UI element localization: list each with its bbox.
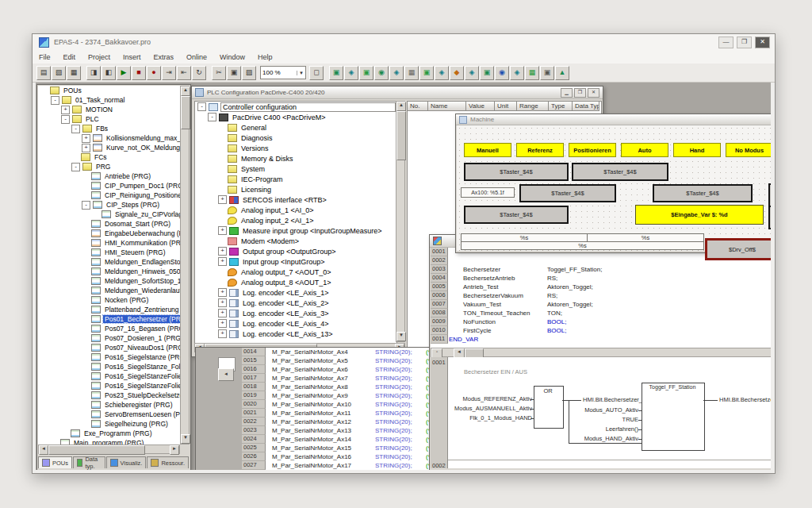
tab-ressour[interactable]: Ressour.: [147, 456, 189, 468]
variable-row[interactable]: 0027M_Par_SerialNrMotor_Ax17STRING(20);(…: [242, 461, 434, 470]
tree-item[interactable]: Signale_zu_CIPVorlage: [38, 210, 180, 219]
toggel-ff-station-block[interactable]: Toggel_FF_Station: [642, 383, 705, 451]
tree-item[interactable]: Pos23_StuelpDeckelsetzer (PRG): [38, 391, 180, 400]
tree-item[interactable]: HMI_Steuern (PRG): [38, 248, 180, 257]
tree-item[interactable]: Meldungen_SofortStop_1_299 (PR: [38, 276, 180, 286]
tree-item[interactable]: Diagnosis: [195, 133, 396, 143]
menu-item-window[interactable]: Window: [213, 53, 251, 61]
expand-icon[interactable]: +: [218, 329, 227, 338]
tree-item[interactable]: ServoBremsenLoesen (PRG): [38, 410, 180, 419]
tree-item[interactable]: Exe_Programm (PRG): [38, 429, 180, 438]
variable-row[interactable]: 0015M_Par_SerialNrMotor_Ax5STRING(20);(*: [242, 356, 434, 365]
maximize-button[interactable]: ❐: [737, 37, 752, 48]
expand-icon[interactable]: +: [218, 309, 227, 318]
tab-pous[interactable]: POUs: [38, 456, 72, 468]
tree-item[interactable]: System: [195, 164, 396, 174]
tree-item[interactable]: Analog input_1 <AI_0>: [195, 205, 396, 215]
tree-item[interactable]: +MOTION: [38, 105, 180, 114]
taster-button-1[interactable]: $Taster_$4$: [464, 163, 569, 181]
tree-item[interactable]: EingabeUeberwachung (PRG): [38, 229, 180, 238]
step-in-icon[interactable]: ⇤: [177, 66, 191, 80]
menu-item-project[interactable]: Project: [82, 53, 117, 61]
variable-row[interactable]: 0020M_Par_SerialNrMotor_Ax10STRING(20);(…: [242, 400, 434, 409]
tree-item[interactable]: Pos01_Bechersetzer (PRG): [38, 314, 180, 324]
mode-button-referenz[interactable]: Referenz: [516, 143, 564, 157]
tree-item[interactable]: Meldungen_EndlagenStop_300_5: [38, 257, 180, 267]
menu-item-online[interactable]: Online: [180, 53, 213, 61]
plc-tree-vscrollbar[interactable]: ▲ ▼: [396, 101, 405, 342]
declaration-line[interactable]: 0011END_VAR: [431, 335, 771, 344]
tree-item[interactable]: +Log. encoder <LE_Axis_2>: [195, 298, 396, 308]
declaration-line[interactable]: 0003BechersetzerToggel_FF_Station;: [431, 265, 771, 274]
taster-button-4[interactable]: $Taster_$4$: [653, 184, 753, 202]
taster-button-3[interactable]: $Taster_$4$: [519, 184, 616, 202]
tree-item[interactable]: -CIP_Steps (PRG): [38, 200, 180, 210]
tree-item[interactable]: +Input group <InputGroup>: [195, 256, 396, 267]
stop-icon[interactable]: ■: [132, 66, 146, 80]
collapse-icon[interactable]: -: [61, 115, 70, 124]
tree-item[interactable]: FCs: [38, 152, 180, 162]
tree-item[interactable]: Analog input_2 <AI_1>: [195, 215, 396, 225]
expand-icon[interactable]: +: [61, 106, 70, 114]
expand-icon[interactable]: +: [82, 134, 90, 143]
expand-icon[interactable]: +: [218, 298, 227, 307]
variable-row[interactable]: 0023M_Par_SerialNrMotor_Ax13STRING(20);(…: [242, 426, 434, 435]
variable-row[interactable]: 0025M_Par_SerialNrMotor_Ax15STRING(20);(…: [242, 444, 434, 452]
declaration-line[interactable]: 0006BechersetzerVakuumRS;: [431, 291, 771, 300]
taster-button-2[interactable]: $Taster_$4$: [572, 163, 668, 181]
plc-restore-button[interactable]: ❐: [574, 88, 586, 98]
mode-button-no-modus[interactable]: No Modus: [726, 143, 771, 157]
collapse-icon[interactable]: -: [51, 96, 59, 105]
visu-tool-1-icon[interactable]: ▣: [329, 66, 343, 80]
plc-minimize-button[interactable]: ▁: [561, 88, 573, 98]
menu-item-help[interactable]: Help: [251, 53, 279, 61]
tree-item[interactable]: -01_Task_normal: [38, 95, 180, 105]
paste-icon[interactable]: ▨: [242, 66, 256, 80]
var-window-scroll-left[interactable]: ◄: [218, 368, 234, 381]
tree-item[interactable]: +Kollisionsmeldung_max_1_TO_99: [38, 133, 180, 143]
eingabe-var-input[interactable]: $Eingabe_Var $: %d: [635, 205, 764, 225]
tree-item[interactable]: IEC-Program: [195, 174, 396, 184]
expand-icon[interactable]: +: [218, 257, 227, 266]
tree-item[interactable]: +Log. encoder <LE_Axis_1>: [195, 287, 396, 298]
tree-item[interactable]: HMI_Kommunikation (PRG): [38, 238, 180, 248]
taster-button-5[interactable]: $Taster_$4$: [464, 206, 569, 224]
visu-tool-3-icon[interactable]: ▣: [359, 66, 373, 80]
visu-tool-16-icon[interactable]: ▲: [555, 66, 569, 80]
menu-item-file[interactable]: File: [33, 53, 57, 61]
mode-button-auto[interactable]: Auto: [621, 143, 668, 157]
tree-item[interactable]: Schieberegister (PRG): [38, 400, 180, 410]
tree-item[interactable]: -PLC: [38, 114, 180, 124]
visu-tool-6-icon[interactable]: ▦: [404, 66, 419, 80]
declaration-line[interactable]: 0007Vakuum_TestAktoren_Toggel;: [431, 300, 771, 309]
tree-item[interactable]: +Log. encoder <LE_Axis_4>: [195, 318, 396, 329]
tree-item[interactable]: Siegelheizung (PRG): [38, 419, 180, 429]
step-over-icon[interactable]: ⇥: [162, 66, 176, 80]
tree-item[interactable]: CIP_Pumpen_Doc1 (PRG): [38, 181, 180, 190]
visu-tool-9-icon[interactable]: ◆: [450, 66, 464, 80]
tree-item[interactable]: Pos16_SiegelStanzeFolieAufwickl: [38, 381, 180, 391]
tree-item[interactable]: Analog output_8 <AOUT_1>: [195, 277, 396, 287]
close-button[interactable]: ✕: [755, 37, 770, 48]
tree-item[interactable]: Antriebe (PRG): [38, 171, 180, 181]
logout-icon[interactable]: ◧: [102, 66, 116, 80]
tree-item[interactable]: -Controller configuration: [195, 102, 396, 112]
declaration-hscrollbar[interactable]: ▫ ◄ ►: [431, 348, 771, 357]
single-cycle-icon[interactable]: ↻: [192, 66, 206, 80]
visu-tool-15-icon[interactable]: ▣: [540, 66, 554, 80]
variable-row[interactable]: 0017M_Par_SerialNrMotor_Ax7STRING(20);(*: [242, 374, 434, 383]
mode-button-hand[interactable]: Hand: [673, 143, 721, 157]
zoom-combo-arrow-icon[interactable]: ▼: [297, 71, 304, 75]
tree-item[interactable]: Versions: [195, 143, 396, 153]
login-icon[interactable]: ◨: [86, 66, 101, 80]
variable-row[interactable]: 0014M_Par_SerialNrMotor_Ax4STRING(20);(*: [242, 348, 434, 356]
variable-row[interactable]: 0018M_Par_SerialNrMotor_Ax8STRING(20);(*: [242, 383, 434, 391]
tree-item[interactable]: Pos16_SiegelStanzeFolieAbwickle: [38, 371, 180, 381]
tree-item[interactable]: Pos16_Siegelstanze (PRG): [38, 352, 180, 362]
fbd-network2-number[interactable]: 0002: [431, 462, 447, 468]
declaration-line[interactable]: 0004BechersetzAntriebRS;: [431, 274, 771, 283]
declaration-line[interactable]: 0010FirstCycleBOOL;: [431, 326, 771, 335]
minimize-button[interactable]: —: [718, 37, 733, 48]
tree-item[interactable]: +Measure input group <InputGroupMeasure>: [195, 225, 396, 236]
machine-title-bar[interactable]: Machine: [456, 114, 771, 125]
